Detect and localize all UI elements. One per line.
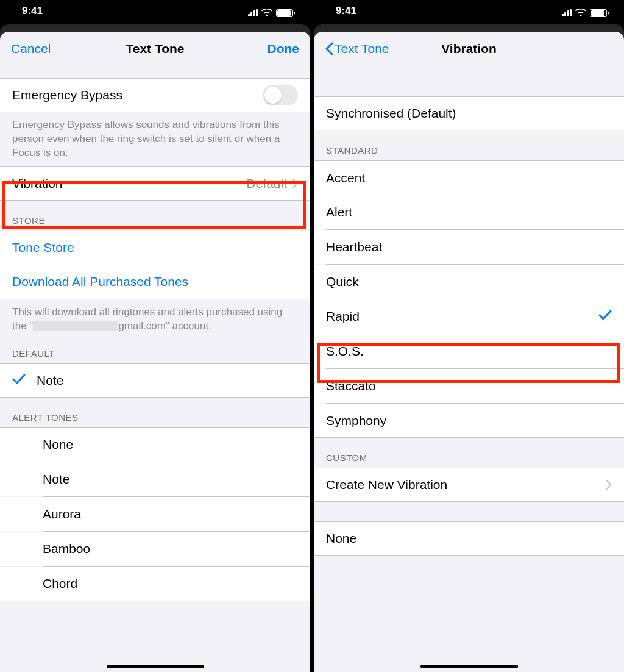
create-new-vibration-label: Create New Vibration	[326, 477, 447, 492]
vibration-label: Rapid	[326, 309, 360, 324]
emergency-bypass-toggle[interactable]	[263, 85, 298, 105]
sheet-stack: Text Tone Vibration Synchronised (Defaul…	[314, 18, 624, 672]
emergency-bypass-footer: Emergency Bypass allows sounds and vibra…	[0, 112, 310, 166]
alert-tone-label: Chord	[43, 576, 77, 591]
battery-icon	[590, 9, 607, 17]
vibration-sos[interactable]: S.O.S.	[314, 334, 624, 368]
text-tone-sheet: Cancel Text Tone Done Emergency Bypass E…	[0, 32, 310, 672]
navigation-bar: Text Tone Vibration	[314, 32, 624, 66]
alert-tone-note[interactable]: Note	[0, 462, 310, 496]
redacted-email	[33, 321, 118, 331]
wifi-icon	[261, 9, 272, 17]
default-tone-label: Note	[37, 373, 63, 388]
tone-store-cell[interactable]: Tone Store	[0, 231, 310, 265]
vibration-staccato[interactable]: Staccato	[314, 369, 624, 403]
wifi-icon	[575, 9, 586, 17]
emergency-bypass-label: Emergency Bypass	[12, 88, 122, 102]
alert-tone-label: None	[43, 437, 73, 452]
alert-tone-label: Aurora	[43, 507, 81, 521]
create-new-vibration-cell[interactable]: Create New Vibration	[314, 468, 624, 502]
download-all-label: Download All Purchased Tones	[12, 274, 188, 289]
alert-tone-aurora[interactable]: Aurora	[0, 497, 310, 531]
vibration-label: Accent	[326, 171, 365, 185]
alert-tone-chord[interactable]: Chord	[0, 567, 310, 601]
cellular-icon	[248, 9, 258, 16]
chevron-right-icon	[292, 178, 298, 189]
status-time: 9:41	[22, 5, 43, 17]
vibration-label: Alert	[326, 205, 352, 220]
vibration-label: Heartbeat	[326, 240, 382, 254]
vibration-alert[interactable]: Alert	[314, 195, 624, 229]
emergency-bypass-cell[interactable]: Emergency Bypass	[0, 78, 310, 112]
chevron-left-icon	[325, 42, 333, 55]
status-time: 9:41	[336, 5, 356, 17]
alert-tone-label: Note	[43, 472, 69, 487]
tone-store-label: Tone Store	[12, 240, 74, 255]
status-indicators	[562, 9, 608, 17]
vibration-label: Symphony	[326, 413, 386, 428]
store-footer: This will download all ringtones and ale…	[0, 299, 310, 340]
status-bar: 9:41	[314, 0, 624, 18]
navigation-bar: Cancel Text Tone Done	[0, 32, 310, 66]
store-footer-post: gmail.com" account.	[118, 320, 211, 332]
synchronised-cell[interactable]: Synchronised (Default)	[314, 96, 624, 130]
default-tone-cell[interactable]: Note	[0, 363, 310, 398]
cancel-button[interactable]: Cancel	[11, 41, 51, 56]
battery-icon	[276, 9, 293, 17]
store-header: STORE	[0, 201, 310, 231]
vibration-heartbeat[interactable]: Heartbeat	[314, 230, 624, 264]
back-label: Text Tone	[335, 41, 389, 56]
alert-tones-header: ALERT TONES	[0, 398, 310, 427]
alert-tone-bamboo[interactable]: Bamboo	[0, 532, 310, 566]
done-button[interactable]: Done	[268, 41, 300, 56]
vibration-label: Staccato	[326, 379, 376, 393]
status-indicators	[248, 9, 294, 17]
vibration-sheet: Text Tone Vibration Synchronised (Defaul…	[314, 32, 624, 672]
phone-left: 9:41 Cancel Text Tone Done Emergency Byp…	[0, 0, 310, 672]
checkmark-icon	[598, 309, 612, 324]
vibration-cell[interactable]: Vibration Default	[0, 166, 310, 201]
vibration-value: Default	[246, 176, 287, 191]
scroll-content[interactable]: Emergency Bypass Emergency Bypass allows…	[0, 66, 310, 672]
phone-right: 9:41 Text Tone Vibration Synchronised (D…	[314, 0, 624, 672]
vibration-label: Quick	[326, 274, 359, 289]
sheet-stack: Cancel Text Tone Done Emergency Bypass E…	[0, 18, 310, 672]
scroll-content[interactable]: Synchronised (Default) STANDARD Accent A…	[314, 96, 624, 672]
home-indicator[interactable]	[420, 665, 518, 668]
vibration-label: S.O.S.	[326, 344, 364, 359]
download-all-cell[interactable]: Download All Purchased Tones	[0, 265, 310, 299]
checkmark-icon	[12, 373, 26, 388]
vibration-label: Vibration	[12, 176, 63, 191]
vibration-rapid[interactable]: Rapid	[314, 299, 624, 334]
home-indicator[interactable]	[107, 665, 204, 668]
alert-tone-none[interactable]: None	[0, 427, 310, 462]
cellular-icon	[562, 9, 572, 16]
status-bar: 9:41	[0, 0, 310, 18]
custom-header: CUSTOM	[314, 438, 624, 468]
synchronised-label: Synchronised (Default)	[326, 106, 456, 121]
vibration-none-label: None	[326, 531, 356, 546]
vibration-symphony[interactable]: Symphony	[314, 404, 624, 438]
vibration-accent[interactable]: Accent	[314, 160, 624, 195]
alert-tone-label: Bamboo	[43, 542, 90, 556]
vibration-quick[interactable]: Quick	[314, 265, 624, 299]
default-header: DEFAULT	[0, 340, 310, 363]
back-button[interactable]: Text Tone	[325, 41, 389, 56]
chevron-right-icon	[606, 479, 612, 490]
vibration-none-cell[interactable]: None	[314, 521, 624, 556]
standard-header: STANDARD	[314, 130, 624, 160]
